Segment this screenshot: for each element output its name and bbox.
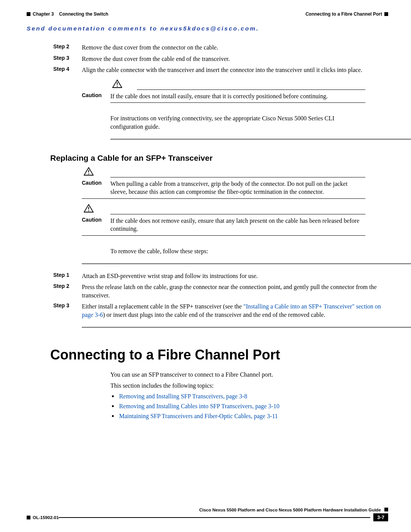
header-right: Connecting to a Fibre Channel Port xyxy=(306,11,388,17)
header-left: Chapter 3 Connecting the Switch xyxy=(27,11,108,17)
caution-text: If the cable does not install easily, en… xyxy=(110,92,384,101)
step-label: Step 2 xyxy=(53,43,82,50)
caution-icon xyxy=(84,204,94,212)
send-comments-banner: Send documentation comments to nexus5kdo… xyxy=(27,25,388,32)
step-row: Step 3 Remove the dust cover from the ca… xyxy=(27,55,388,63)
caution-block: Caution If the cable does not install ea… xyxy=(27,80,388,103)
step-text: Either install a replacement cable in th… xyxy=(82,302,388,319)
heading-replacing-cable: Replacing a Cable for an SFP+ Transceive… xyxy=(50,153,388,163)
bullet-item: Removing and Installing Cables into SFP … xyxy=(110,403,365,410)
step-label: Step 2 xyxy=(53,283,82,289)
caution-icon xyxy=(84,167,94,176)
footer-rule xyxy=(59,517,370,518)
bullet-icon xyxy=(112,405,114,407)
footer-decor xyxy=(27,516,30,519)
page-header: Chapter 3 Connecting the Switch Connecti… xyxy=(27,11,388,17)
toc-link[interactable]: Maintaining SFP Transceivers and Fiber-O… xyxy=(119,413,278,420)
step-label: Step 3 xyxy=(53,302,82,308)
toc-link[interactable]: Removing and Installing Cables into SFP … xyxy=(119,403,279,410)
caution-block: Caution If the cable does not remove eas… xyxy=(27,204,388,236)
caution-label: Caution xyxy=(82,217,110,223)
chapter-number: Chapter 3 xyxy=(33,11,54,17)
header-decor xyxy=(384,12,388,16)
body-paragraph: This section includes the following topi… xyxy=(110,382,365,390)
bullet-item: Removing and Installing SFP Transceivers… xyxy=(110,393,365,400)
section-divider xyxy=(82,327,411,328)
page-number: 3-7 xyxy=(373,513,388,521)
bullet-icon xyxy=(112,415,114,417)
svg-point-7 xyxy=(88,210,89,211)
step-label: Step 3 xyxy=(53,55,82,61)
svg-point-1 xyxy=(117,86,118,86)
body-paragraph: To remove the cable, follow these steps: xyxy=(110,247,365,256)
step-row: Step 3 Either install a replacement cabl… xyxy=(27,302,388,319)
step-label: Step 1 xyxy=(53,272,82,278)
step-text: Remove the dust cover from the connector… xyxy=(82,43,388,52)
footer-title: Cisco Nexus 5500 Platform and Cisco Nexu… xyxy=(199,508,381,512)
section-divider xyxy=(82,263,411,264)
step-text: Align the cable connector with the trans… xyxy=(82,66,388,74)
caution-label: Caution xyxy=(82,180,110,186)
caution-block: Caution When pulling a cable from a tran… xyxy=(27,167,388,199)
caution-label: Caution xyxy=(82,92,110,98)
heading-connecting-fibre: Connecting to a Fibre Channel Port xyxy=(50,347,388,363)
caution-text: If the cable does not remove easily, ens… xyxy=(110,217,365,233)
chapter-title: Connecting the Switch xyxy=(59,11,108,17)
section-divider xyxy=(110,139,411,140)
step-row: Step 2 Remove the dust cover from the co… xyxy=(27,43,388,52)
body-paragraph: For instructions on verifying connectivi… xyxy=(110,114,365,131)
footer-doc-id: OL-15902-01 xyxy=(33,515,59,520)
step-text: Remove the dust cover from the cable end… xyxy=(82,55,388,63)
step-label: Step 4 xyxy=(53,66,82,72)
bullet-icon xyxy=(112,395,114,397)
step-row: Step 2 Press the release latch on the ca… xyxy=(27,283,388,299)
header-decor xyxy=(27,12,30,16)
step-text: Attach an ESD-preventive wrist strap and… xyxy=(82,272,388,280)
toc-link[interactable]: Removing and Installing SFP Transceivers… xyxy=(119,393,247,400)
body-paragraph: You can use an SFP transceiver to connec… xyxy=(110,371,365,379)
caution-text: When pulling a cable from a transceiver,… xyxy=(110,180,365,196)
bullet-item: Maintaining SFP Transceivers and Fiber-O… xyxy=(110,413,365,420)
step-row: Step 1 Attach an ESD-preventive wrist st… xyxy=(27,272,388,280)
step-text: Press the release latch on the cable, gr… xyxy=(82,283,388,299)
footer-decor xyxy=(384,508,388,511)
step-text-part: Either install a replacement cable in th… xyxy=(82,303,243,310)
step-text-part: ) or insert dust plugs into the cable en… xyxy=(103,312,325,318)
section-title: Connecting to a Fibre Channel Port xyxy=(306,11,382,17)
page-footer: Cisco Nexus 5500 Platform and Cisco Nexu… xyxy=(27,508,388,521)
caution-icon xyxy=(112,80,122,88)
svg-point-4 xyxy=(88,173,89,174)
step-row: Step 4 Align the cable connector with th… xyxy=(27,66,388,74)
